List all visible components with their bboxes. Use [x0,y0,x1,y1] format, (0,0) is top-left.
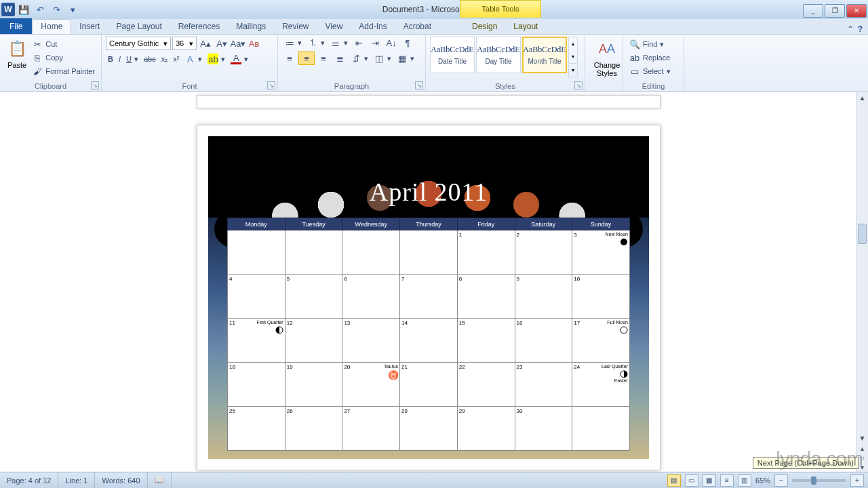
calendar-cell[interactable]: 5 [285,274,342,319]
file-tab[interactable]: File [0,18,32,34]
calendar-cell[interactable]: 14 [400,319,458,363]
borders-button[interactable]: ▦▾ [395,52,416,64]
tab-add-ins[interactable]: Add-Ins [351,19,395,34]
status-words[interactable]: Words: 640 [95,472,147,488]
zoom-slider[interactable] [792,479,846,482]
tab-acrobat[interactable]: Acrobat [395,19,439,34]
calendar-title[interactable]: April 2011 [208,177,649,207]
outline-view-button[interactable]: ≡ [720,474,734,487]
calendar-cell[interactable]: 29 [457,407,515,451]
font-name-combo[interactable]: Century Gothic▾ [106,37,171,50]
subscript-button[interactable]: x₂ [159,54,170,64]
justify-button[interactable]: ≣ [332,52,347,64]
find-button[interactable]: 🔍Find ▾ [627,38,679,50]
print-layout-view-button[interactable]: ▤ [667,474,681,487]
calendar-cell[interactable]: 15 [457,319,515,363]
change-case-button[interactable]: Aa▾ [231,37,245,49]
align-center-button[interactable]: ≡ [298,52,315,65]
calendar-cell[interactable]: 21 [400,363,458,407]
calendar-cell[interactable]: 12 [285,319,342,363]
day-header[interactable]: Thursday [400,218,458,230]
calendar-cell[interactable]: 23 [515,363,572,407]
style-date-title[interactable]: AaBbCcDdEDate Title [430,37,475,73]
calendar-cell[interactable]: 28 [400,407,458,451]
day-header[interactable]: Saturday [515,218,572,230]
select-button[interactable]: ▭Select ▾ [627,65,679,77]
align-left-button[interactable]: ≡ [282,52,297,64]
text-effects-button[interactable]: A▾ [182,53,204,65]
calendar-cell[interactable]: 22 [457,363,515,407]
scroll-track[interactable] [856,103,868,432]
calendar-cell[interactable]: 6 [342,274,400,319]
calendar-cell[interactable]: 16 [515,319,572,363]
qat-customize-icon[interactable]: ▾ [65,2,80,17]
calendar-cell[interactable] [228,230,285,274]
tab-insert[interactable]: Insert [71,19,108,34]
calendar-object[interactable]: April 2011 MondayTuesdayWednesdayThursda… [208,136,649,459]
page[interactable]: April 2011 MondayTuesdayWednesdayThursda… [197,125,660,470]
strikethrough-button[interactable]: abc [142,54,158,64]
vertical-scrollbar[interactable]: ▲ ▼ ▴ ○ ▾ [856,92,868,472]
zoom-in-button[interactable]: + [850,474,864,487]
help-icon[interactable]: ? [858,24,863,34]
web-layout-view-button[interactable]: ▦ [703,474,716,487]
style-month-title[interactable]: AaBbCcDdEMonth Title [522,37,567,73]
day-header[interactable]: Monday [228,218,285,230]
undo-icon[interactable]: ↶ [33,2,47,17]
copy-button[interactable]: ⎘Copy [30,52,97,64]
calendar-cell[interactable]: 17Full Moon [572,319,630,363]
italic-button[interactable]: I [117,54,123,64]
status-page[interactable]: Page: 4 of 12 [0,472,58,488]
calendar-table[interactable]: MondayTuesdayWednesdayThursdayFridaySatu… [227,218,630,451]
tab-view[interactable]: View [317,19,351,34]
zoom-slider-thumb[interactable] [811,476,816,485]
calendar-cell[interactable]: 27 [342,407,400,451]
status-proofing[interactable]: 📖 [148,472,172,488]
scroll-down-button[interactable]: ▼ [857,432,868,443]
document-area[interactable]: April 2011 MondayTuesdayWednesdayThursda… [0,92,856,472]
numbering-button[interactable]: ⒈▾ [305,37,327,49]
line-spacing-button[interactable]: ⇵▾ [349,52,370,64]
calendar-cell[interactable]: 2 [515,230,572,274]
minimize-button[interactable]: _ [803,4,823,18]
clear-formatting-button[interactable]: Aʙ [247,37,262,49]
restore-button[interactable]: ❐ [825,4,845,18]
grow-font-button[interactable]: A▴ [198,37,213,49]
format-painter-button[interactable]: 🖌Format Painter [30,65,97,77]
day-header[interactable]: Wednesday [342,218,400,230]
styles-dialog-launcher[interactable]: ↘ [574,81,583,89]
calendar-cell[interactable]: 9 [515,274,572,319]
status-line[interactable]: Line: 1 [58,472,95,488]
superscript-button[interactable]: x² [171,54,181,64]
calendar-cell[interactable]: 1 [457,230,515,274]
calendar-cell[interactable]: 10 [572,274,630,319]
scroll-thumb[interactable] [858,224,867,244]
tab-layout[interactable]: Layout [505,19,546,34]
font-dialog-launcher[interactable]: ↘ [267,81,275,89]
decrease-indent-button[interactable]: ⇤ [351,37,366,49]
tab-page-layout[interactable]: Page Layout [108,19,170,34]
calendar-cell[interactable]: 18 [228,363,285,407]
tab-home[interactable]: Home [32,19,71,34]
calendar-cell[interactable]: 13 [342,319,400,363]
show-marks-button[interactable]: ¶ [400,37,415,49]
calendar-cell[interactable]: 30 [515,407,572,451]
calendar-cell[interactable] [572,407,630,451]
calendar-cell[interactable]: 4 [228,274,285,319]
calendar-cell[interactable]: 8 [457,274,515,319]
bullets-button[interactable]: ≔▾ [282,37,304,49]
tab-mailings[interactable]: Mailings [228,19,274,34]
browse-prev-button[interactable]: ▴ [857,443,868,453]
increase-indent-button[interactable]: ⇥ [368,37,382,49]
styles-more-button[interactable]: ▴▾▾ [568,37,578,77]
calendar-cell[interactable]: 20Taurus♉ [342,363,400,407]
close-button[interactable]: ✕ [846,4,867,18]
underline-button[interactable]: U▾ [124,54,140,64]
calendar-cell[interactable]: 24Last QuarterEaster [572,363,630,407]
redo-icon[interactable]: ↷ [49,2,64,17]
tab-design[interactable]: Design [464,19,505,34]
sort-button[interactable]: A↓ [384,37,399,49]
calendar-cell[interactable] [400,230,458,274]
tab-references[interactable]: References [170,19,228,34]
clipboard-dialog-launcher[interactable]: ↘ [91,81,99,89]
